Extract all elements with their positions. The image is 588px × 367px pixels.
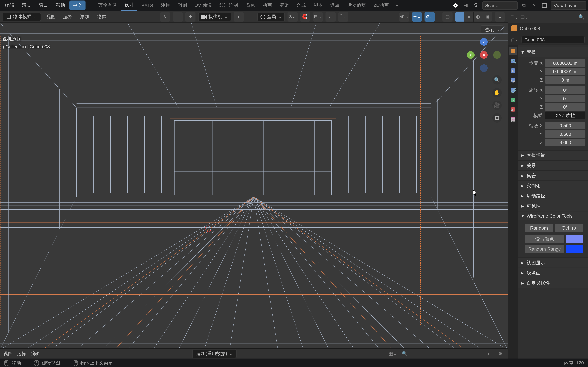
mesh-data-name-field[interactable]: Cube.008 <box>521 36 585 43</box>
rotation-mode-dropdown[interactable]: XYZ 欧拉 <box>545 112 585 119</box>
tab-texture[interactable]: ▦ <box>509 115 517 124</box>
scale-y-field[interactable]: 0.500 <box>545 130 585 138</box>
get-from-button[interactable]: Get fro <box>555 224 583 232</box>
ws-tab[interactable]: 万物有灵 <box>95 0 120 10</box>
panel-instancing-header[interactable]: ▸实例化 <box>518 180 588 191</box>
proportional-falloff-icon[interactable]: ⌒⌄ <box>338 12 348 21</box>
editor-type-icon[interactable]: ▢⌄ <box>510 13 518 21</box>
panel-visibility-header[interactable]: ▸可见性 <box>518 201 588 211</box>
viewlayer-icon[interactable] <box>541 1 548 9</box>
menu-render[interactable]: 渲染 <box>18 0 35 10</box>
transform-orientation-dropdown[interactable]: 全局 ⌄ <box>257 12 285 21</box>
ws-tab[interactable]: 动画 <box>259 0 275 10</box>
ws-tab[interactable]: 2D动画 <box>370 0 392 10</box>
shading-options-icon[interactable]: ⌄ <box>495 12 505 21</box>
pivot-dropdown-icon[interactable]: ⊙⌄ <box>287 12 297 21</box>
ws-tab[interactable]: 渲染 <box>276 0 292 10</box>
shading-solid-icon[interactable]: ● <box>464 12 474 21</box>
overlays-toggle-icon[interactable]: ⊚⌄ <box>425 12 435 21</box>
cursor-tool-icon[interactable]: ↖ <box>160 12 170 21</box>
zoom-icon[interactable]: 🔍 <box>492 75 502 85</box>
import-mode-dropdown[interactable]: 追加(重用数据)⌄ <box>192 349 236 358</box>
ws-tab[interactable]: BATS <box>138 1 156 9</box>
search-icon[interactable]: 🔍 <box>401 350 408 358</box>
ws-tab[interactable]: 脚本 <box>310 0 326 10</box>
set-color-swatch[interactable] <box>566 235 583 243</box>
shading-matprev-icon[interactable]: ◐ <box>474 12 483 21</box>
rotation-y-field[interactable]: 0° <box>545 95 585 102</box>
xray-toggle-icon[interactable]: ▢ <box>442 12 453 21</box>
tab-constraints[interactable]: 🔗 <box>509 86 517 94</box>
active-object-row[interactable]: Cube.008 <box>508 23 588 34</box>
search-icon[interactable]: 🔍 <box>578 13 585 21</box>
panel-customprops-header[interactable]: ▸自定义属性 <box>518 278 588 288</box>
tab-material[interactable]: ● <box>509 105 517 114</box>
ws-tab[interactable]: 遮罩 <box>327 0 343 10</box>
gizmo-toggle-icon[interactable]: ✦⌄ <box>412 12 422 21</box>
move-tool-icon[interactable]: ✥ <box>185 12 196 21</box>
menu-select[interactable]: 选择 <box>61 12 75 21</box>
add-camera-icon[interactable]: ＋ <box>233 12 244 21</box>
shading-wireframe-icon[interactable]: ⌗ <box>455 12 465 21</box>
menu-add[interactable]: 添加 <box>78 12 92 21</box>
display-mode-icon[interactable]: ▤⌄ <box>521 13 528 21</box>
panel-transform-header[interactable]: ▾变换 <box>518 47 588 57</box>
location-y-field[interactable]: 0.000001 m <box>545 68 585 75</box>
scale-z-field[interactable]: 9.000 <box>545 139 585 146</box>
menu-view[interactable]: 视图 <box>43 12 58 21</box>
menu-object[interactable]: 物体 <box>95 12 109 21</box>
viewlayer-name-field[interactable]: View Layer <box>551 1 586 9</box>
add-workspace-icon[interactable]: ＋ <box>393 1 401 9</box>
scene-icon[interactable] <box>472 1 480 9</box>
random-color-button[interactable]: Random Color <box>525 224 553 232</box>
menu-edit[interactable]: 编辑 <box>2 0 18 10</box>
navigation-gizmo[interactable]: Z Y X <box>467 38 501 72</box>
ws-tab[interactable]: 雕刻 <box>174 0 190 10</box>
location-x-field[interactable]: 0.000001 m <box>545 59 585 67</box>
tab-object[interactable] <box>509 47 517 55</box>
bb-menu-select[interactable]: 选择 <box>17 350 26 357</box>
ws-tab[interactable]: 纹理绘制 <box>216 0 242 10</box>
random-range-button[interactable]: Random Range <box>525 245 564 253</box>
scale-x-field[interactable]: 0.500 <box>545 122 585 129</box>
back-icon[interactable]: ◀ <box>462 1 470 9</box>
visibility-filter-icon[interactable]: 👁⌄ <box>399 12 409 21</box>
tab-particles[interactable]: ✦ <box>509 67 517 75</box>
panel-collection-header[interactable]: ▸集合 <box>518 170 588 181</box>
gizmo-z-axis[interactable]: Z <box>480 38 488 46</box>
menu-language[interactable]: 中文 <box>69 0 86 10</box>
perspective-toggle-icon[interactable]: ⊞ <box>492 113 502 123</box>
range-color-swatch[interactable] <box>566 245 583 253</box>
panel-relations-header[interactable]: ▸关系 <box>518 160 588 170</box>
panel-motionpath-header[interactable]: ▸运动路径 <box>518 191 588 201</box>
select-tool-icon[interactable]: ⬚ <box>173 12 183 21</box>
menu-help[interactable]: 帮助 <box>52 0 69 10</box>
panel-viewportdisplay-header[interactable]: ▸视图显示 <box>518 257 588 267</box>
ws-tab[interactable]: 合成 <box>293 0 309 10</box>
panel-delta-header[interactable]: ▸变换增量 <box>518 150 588 160</box>
pan-icon[interactable]: ✋ <box>492 88 502 97</box>
menu-window[interactable]: 窗口 <box>35 0 52 10</box>
tab-physics[interactable]: ◎ <box>509 76 517 85</box>
display-grid-icon[interactable]: ▦⌄ <box>389 350 397 358</box>
ws-tab[interactable]: 设计 <box>121 0 137 10</box>
filter-icon[interactable]: ▾ <box>485 350 492 358</box>
camera-view-icon[interactable]: 🎥 <box>492 100 502 110</box>
proportional-edit-icon[interactable]: ○ <box>325 12 336 21</box>
blender-logo-icon[interactable] <box>452 1 459 9</box>
ws-tab[interactable]: UV 编辑 <box>191 0 215 10</box>
bb-menu-view[interactable]: 视图 <box>3 350 13 357</box>
3d-viewport[interactable]: 选项⌄ <box>0 23 508 348</box>
rotation-z-field[interactable]: 0° <box>545 103 585 111</box>
panel-wireframetools-header[interactable]: ▾Wireframe Color Tools <box>518 211 588 220</box>
panel-lineart-header[interactable]: ▸线条画 <box>518 267 588 278</box>
interaction-mode-dropdown[interactable]: 物体模式 ⌄ <box>3 12 41 21</box>
ws-tab[interactable]: 着色 <box>242 0 259 10</box>
ws-tab[interactable]: 建模 <box>157 0 173 10</box>
copy-scene-icon[interactable]: ⧉ <box>520 1 528 9</box>
gizmo-neg-z-axis[interactable] <box>480 64 488 72</box>
gizmo-neg-y-axis[interactable] <box>493 51 501 59</box>
tab-data[interactable]: ▽ <box>509 95 517 104</box>
tab-modifier[interactable]: 🔧 <box>509 57 517 65</box>
location-z-field[interactable]: 0 m <box>545 76 585 84</box>
